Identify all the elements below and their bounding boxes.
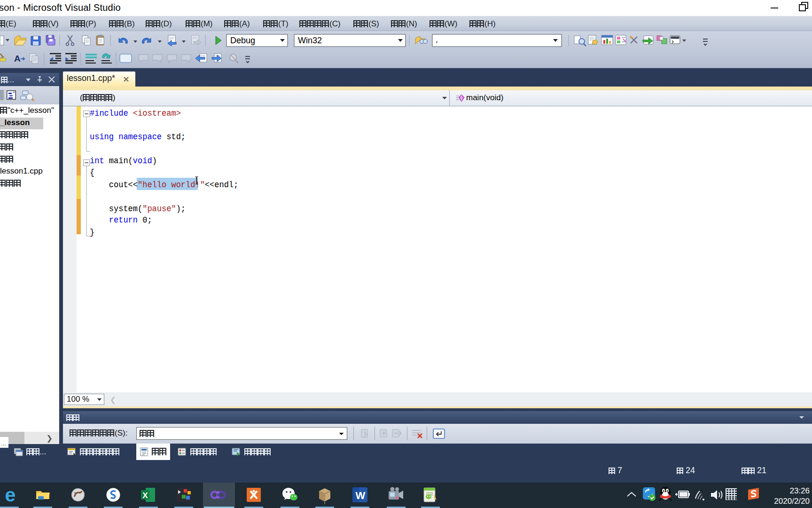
svg-text:A: A [14,54,21,64]
svg-text:W: W [356,490,366,501]
svg-text:,: , [436,35,438,44]
svg-text:e: e [5,485,16,504]
svg-text:Win32: Win32 [298,36,322,45]
svg-text:X: X [142,491,148,500]
svg-text:Debug: Debug [230,36,255,45]
